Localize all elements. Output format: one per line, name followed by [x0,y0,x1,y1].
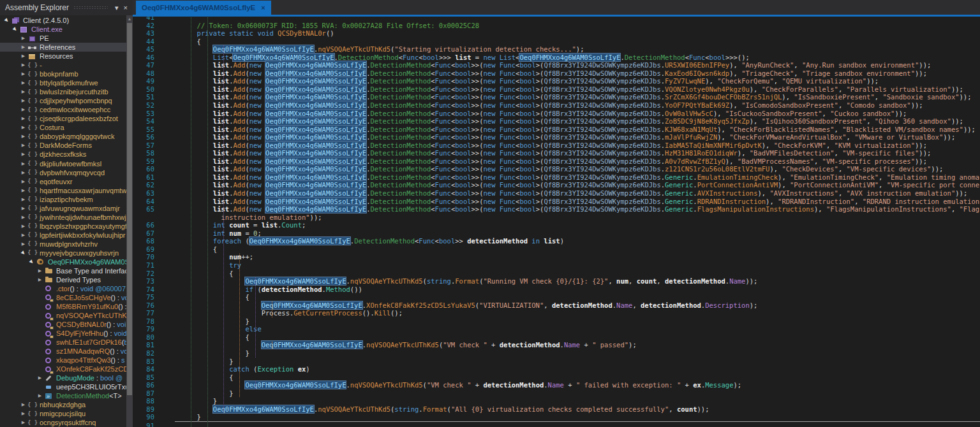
code-line[interactable]: 54 list.Add(new Oeq0FHMXxo4g6WAM0SsoLfIy… [133,117,980,126]
tree-item[interactable]: ▶{ }hqartfmacusxawrjaunvqmtwt [0,186,126,195]
code-line[interactable]: 84 catch (Exception ex) [133,365,980,373]
expander-collapsed-icon[interactable]: ▶ [19,195,27,204]
code-line[interactable]: 67 int num = 0; [133,229,980,238]
code-line[interactable]: 89 Oeq0FHMXxo4g6WAM0SsoLfIyE.nqVSOQAeYTk… [133,405,980,414]
highlighted-symbol[interactable]: Oeq0FHMXxo4g6WAM0SsoLfIyE [265,93,366,101]
highlighted-symbol[interactable]: Oeq0FHMXxo4g6WAM0SsoLfIyE [265,126,366,133]
tree-item[interactable]: ueep5CH3RLUIO5rTxu [0,382,126,391]
expander-collapsed-icon[interactable]: ▶ [36,373,44,382]
highlighted-symbol[interactable]: Oeq0FHMXxo4g6WAM0SsoLfIyE [265,69,366,77]
expander-collapsed-icon[interactable]: ▶ [19,43,27,52]
highlighted-symbol[interactable]: Oeq0FHMXxo4g6WAM0SsoLfIyE [265,205,366,213]
highlighted-symbol[interactable]: Oeq0FHMXxo4g6WAM0SsoLfIyE [265,173,366,181]
expander-collapsed-icon[interactable]: ▶ [19,168,27,177]
code-line[interactable]: 61 list.Add(new Oeq0FHMXxo4g6WAM0SsoLfIy… [133,173,980,182]
expander-collapsed-icon[interactable]: ▶ [19,132,27,141]
expander-collapsed-icon[interactable]: ▶ [19,409,27,418]
highlighted-symbol[interactable]: Oeq0FHMXxo4g6WAM0SsoLfIyE [245,277,346,285]
highlighted-symbol[interactable]: Oeq0FHMXxo4g6WAM0SsoLfIyE [249,237,350,245]
highlighted-symbol[interactable]: Oeq0FHMXxo4g6WAM0SsoLfIyE [265,181,366,189]
highlighted-symbol[interactable]: Oeq0FHMXxo4g6WAM0SsoLfIyE [265,61,366,69]
highlighted-symbol[interactable]: Oeq0FHMXxo4g6WAM0SsoLfIyE [265,189,366,197]
tree-item[interactable]: ▶DetectionMethod<T> [0,391,126,400]
highlighted-symbol[interactable]: Oeq0FHMXxo4g6WAM0SsoLfIyE [265,110,366,117]
code-line[interactable]: 85 { [133,373,980,382]
tree-item[interactable]: ▶{ }dkjpliufwtoewfbmksl [0,159,126,168]
tree-item[interactable]: M5f6BRmY91ufKu0() : [0,302,126,311]
code-line[interactable]: 69 { [133,245,980,254]
tab-close-icon[interactable]: × [261,4,265,11]
scroll-up-icon[interactable]: ▲ [126,15,133,22]
code-line[interactable]: 56 list.Add(new Oeq0FHMXxo4g6WAM0SsoLfIy… [133,133,980,141]
code-line[interactable]: 86 Oeq0FHMXxo4g6WAM0SsoLfIyE.nqVSOQAeYTk… [133,381,980,389]
highlighted-symbol[interactable]: Oeq0FHMXxo4g6WAM0SsoLfIyE [245,381,346,389]
expander-collapsed-icon[interactable]: ▶ [19,123,27,132]
tree-item[interactable]: ▶{ }cedmwlocxitwwoephcc [0,105,126,114]
code-line[interactable]: 52 list.Add(new Oeq0FHMXxo4g6WAM0SsoLfIy… [133,101,980,110]
highlighted-symbol[interactable]: Oeq0FHMXxo4g6WAM0SsoLfIyE [262,341,362,349]
tree-item[interactable]: ▶{ }- [0,61,126,69]
code-line[interactable]: 45 Oeq0FHMXxo4g6WAM0SsoLfIyE.nqVSOQAeYTk… [133,45,980,54]
tree-item[interactable]: ▶{ }DarkModeForms [0,141,126,150]
code-line[interactable]: 46 List<Oeq0FHMXxo4g6WAM0SsoLfIyE.Detect… [133,54,980,62]
highlighted-symbol[interactable]: Oeq0FHMXxo4g6WAM0SsoLfIyE [213,405,314,413]
code-line[interactable]: 78 } [133,317,980,326]
highlighted-symbol[interactable]: Oeq0FHMXxo4g6WAM0SsoLfIyE [213,45,314,53]
code-line[interactable]: 70 num++; [133,253,980,261]
highlighted-symbol[interactable]: Oeq0FHMXxo4g6WAM0SsoLfIyE [233,54,334,61]
tree-item[interactable]: nqVSOQAeYTkcUThKd [0,311,126,320]
expander-collapsed-icon[interactable]: ▶ [19,141,27,150]
tree-item[interactable]: .ctor() : void @060007 [0,284,126,293]
tree-scrollbar[interactable]: ▲ [126,15,133,427]
code-line[interactable]: 80 { [133,333,980,342]
highlighted-symbol[interactable]: Oeq0FHMXxo4g6WAM0SsoLfIyE [265,133,366,141]
tree-item[interactable]: sz1MNAadqwRQ() : vo [0,347,126,356]
expander-collapsed-icon[interactable]: ▶ [36,266,44,275]
code-line[interactable]: 72 { [133,270,980,278]
tree-item[interactable]: ▶{ }lgpfeirtjiwkbxxfokylwluujhipr [0,231,126,240]
code-line[interactable]: 81 Oeq0FHMXxo4g6WAM0SsoLfIyE.nqVSOQAeYTk… [133,341,980,349]
tree-item[interactable]: ▶Base Type and Interfac [0,266,126,275]
tree-item[interactable]: QCSDyBtNAL0r() : voi [0,320,126,329]
code-line[interactable]: 90 } [133,413,980,421]
code-line[interactable]: 88 } [133,397,980,405]
tree-item[interactable]: XOnfekC8FakKf25zCD [0,365,126,373]
tree-item[interactable]: ▶{ }iziapztipchvbekm [0,195,126,204]
code-editor[interactable]: 4142 // Token: 0x0600073F RID: 1855 RVA:… [133,17,980,427]
highlighted-symbol[interactable]: Oeq0FHMXxo4g6WAM0SsoLfIyE [265,165,366,173]
expander-collapsed-icon[interactable]: ▶ [19,150,27,159]
close-icon[interactable]: × [121,4,130,11]
tree-item[interactable]: ▶{ }nmigcpucjsilqu [0,409,126,418]
tab-active[interactable]: Oeq0FHMXxo4g6WAM0SsoLfIyE × [136,1,271,15]
chevron-down-icon[interactable]: ▾ [112,4,121,12]
tree-item[interactable]: ▶{ }lbqzvplszhxpgphcxayutymgf [0,222,126,231]
code-line[interactable]: 43 private static void QCSDyBtNAL0r() [133,29,980,38]
tree-item[interactable]: ▶{ }bttylqatlpdkmufrwe [0,78,126,87]
expander-collapsed-icon[interactable]: ▶ [19,418,27,427]
highlighted-symbol[interactable]: Oeq0FHMXxo4g6WAM0SsoLfIyE [265,77,366,85]
tree-item-selected[interactable]: ▶References [0,43,126,52]
code-line[interactable]: 41 [133,17,980,22]
tree-item[interactable]: ▶{ }cjseqtkcrgpdaleesxbzfzot [0,114,126,123]
tree-item[interactable]: ▶{ }daboypkqmqlgggqvtwck [0,132,126,141]
code-line[interactable]: 59 list.Add(new Oeq0FHMXxo4g6WAM0SsoLfIy… [133,157,980,166]
expander-collapsed-icon[interactable]: ▶ [36,391,44,400]
expander-collapsed-icon[interactable]: ▶ [19,34,27,43]
highlighted-symbol[interactable]: Oeq0FHMXxo4g6WAM0SsoLfIyE [265,149,366,157]
code-line[interactable]: 83 } [133,358,980,366]
expander-collapsed-icon[interactable]: ▶ [19,78,27,87]
tree-item[interactable]: ▶{ }cdjjlxpeyhwhpomcbnpq [0,96,126,105]
highlighted-symbol[interactable]: Oeq0FHMXxo4g6WAM0SsoLfIyE [262,301,362,309]
code-line[interactable]: 55 list.Add(new Oeq0FHMXxo4g6WAM0SsoLfIy… [133,126,980,134]
scrollbar-thumb[interactable] [127,23,132,395]
expander-collapsed-icon[interactable]: ▶ [19,52,27,61]
code-line[interactable]: 91 [133,422,980,427]
drag-grip[interactable] [73,6,108,10]
expander-collapsed-icon[interactable]: ▶ [36,275,44,284]
code-line[interactable]: 65 list.Add(new Oeq0FHMXxo4g6WAM0SsoLfIy… [133,205,980,214]
tree-item[interactable]: ▶Derived Types [0,275,126,284]
tree-item[interactable]: ▶Client (2.4.5.0) [0,16,126,25]
tree-item[interactable]: ▶{ }myyvejvbgcuwxgyuhsvrjn [0,249,126,257]
code-line[interactable]: 64 list.Add(new Oeq0FHMXxo4g6WAM0SsoLfIy… [133,198,980,206]
tree-item[interactable]: ▶{ }Costura [0,123,126,132]
